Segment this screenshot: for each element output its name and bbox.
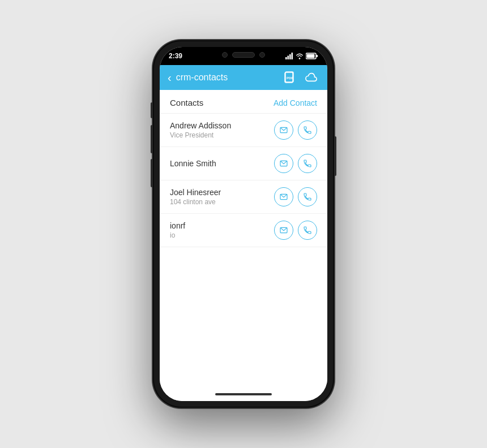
- status-time: 2:39: [169, 52, 182, 60]
- email-button[interactable]: [274, 120, 293, 140]
- svg-rect-3: [292, 53, 293, 59]
- email-icon: [279, 226, 288, 235]
- phone-button[interactable]: [298, 154, 317, 173]
- email-button[interactable]: [274, 221, 293, 240]
- contacts-label: Contacts: [170, 98, 203, 107]
- contacts-list: Andrew AddissonVice President Lonnie Smi…: [160, 114, 327, 247]
- phone-icon: [303, 159, 312, 168]
- contact-actions: [274, 221, 317, 240]
- email-icon: [279, 159, 288, 168]
- status-icons: [285, 53, 318, 59]
- pdf-icon-button[interactable]: PDF: [282, 70, 298, 85]
- battery-icon: [306, 53, 318, 59]
- contact-subtitle: io: [170, 231, 274, 239]
- side-button-mute: [151, 102, 153, 118]
- signal-icon: [285, 53, 293, 59]
- contact-item: Andrew AddissonVice President: [160, 114, 327, 147]
- svg-rect-2: [289, 54, 291, 59]
- add-contact-button[interactable]: Add Contact: [274, 98, 317, 107]
- contact-name: Joel Hinesreer: [170, 188, 274, 197]
- nav-title: crm-contacts: [176, 72, 282, 83]
- section-header: Contacts Add Contact: [160, 90, 327, 114]
- phone-button[interactable]: [298, 120, 317, 140]
- contact-info: Lonnie Smith: [170, 159, 274, 168]
- contact-subtitle: 104 clinton ave: [170, 198, 274, 206]
- contact-actions: [274, 154, 317, 173]
- svg-rect-1: [288, 56, 289, 60]
- pdf-icon: PDF: [284, 71, 296, 84]
- contact-item: Lonnie Smith: [160, 147, 327, 180]
- contact-info: Andrew AddissonVice President: [170, 121, 274, 139]
- svg-rect-6: [307, 54, 315, 58]
- phone-icon: [303, 226, 312, 235]
- home-indicator: [160, 387, 327, 401]
- contact-info: ionrfio: [170, 221, 274, 239]
- email-icon: [279, 126, 288, 135]
- content-area: Contacts Add Contact Andrew AddissonVice…: [160, 90, 327, 387]
- phone-device: 2:39: [153, 40, 334, 408]
- contact-actions: [274, 187, 317, 206]
- contact-name: Andrew Addisson: [170, 121, 274, 130]
- contact-subtitle: Vice President: [170, 131, 274, 139]
- notch: [207, 47, 280, 63]
- contact-item: ionrfio: [160, 214, 327, 247]
- contact-name: ionrf: [170, 221, 274, 230]
- contact-actions: [274, 120, 317, 140]
- side-button-power: [334, 136, 336, 176]
- phone-icon: [303, 126, 312, 135]
- nav-icon-group: PDF: [282, 70, 319, 85]
- status-bar: 2:39: [160, 47, 327, 65]
- sensor-dot: [259, 52, 265, 58]
- back-button[interactable]: ‹: [168, 71, 172, 84]
- phone-icon: [303, 192, 312, 201]
- svg-text:PDF: PDF: [287, 76, 293, 80]
- contact-info: Joel Hinesreer104 clinton ave: [170, 188, 274, 206]
- email-button[interactable]: [274, 154, 293, 173]
- phone-button[interactable]: [298, 187, 317, 206]
- phone-screen: 2:39: [160, 47, 327, 401]
- app-nav-bar: ‹ crm-contacts PDF: [160, 65, 327, 90]
- svg-rect-5: [317, 55, 318, 57]
- camera-dot: [222, 52, 228, 58]
- cloud-icon-button[interactable]: [304, 70, 319, 85]
- email-button[interactable]: [274, 187, 293, 206]
- home-bar: [215, 393, 272, 395]
- contact-name: Lonnie Smith: [170, 159, 274, 168]
- contact-item: Joel Hinesreer104 clinton ave: [160, 180, 327, 214]
- svg-rect-0: [285, 57, 287, 59]
- side-button-vol-down: [151, 159, 153, 187]
- email-icon: [279, 192, 288, 201]
- side-button-vol-up: [151, 125, 153, 153]
- cloud-icon: [305, 71, 318, 84]
- speaker-slot: [232, 52, 255, 58]
- phone-button[interactable]: [298, 221, 317, 240]
- wifi-icon: [296, 53, 304, 59]
